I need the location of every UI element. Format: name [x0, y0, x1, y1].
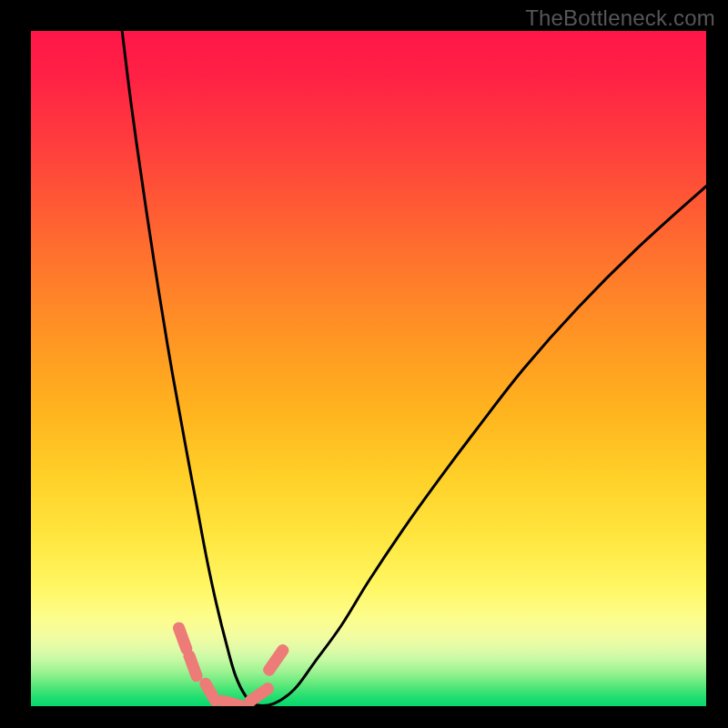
chart-frame: TheBottleneck.com [0, 0, 728, 728]
plot-area [31, 31, 706, 706]
watermark-text: TheBottleneck.com [525, 5, 715, 31]
bottleneck-curve [31, 31, 706, 706]
